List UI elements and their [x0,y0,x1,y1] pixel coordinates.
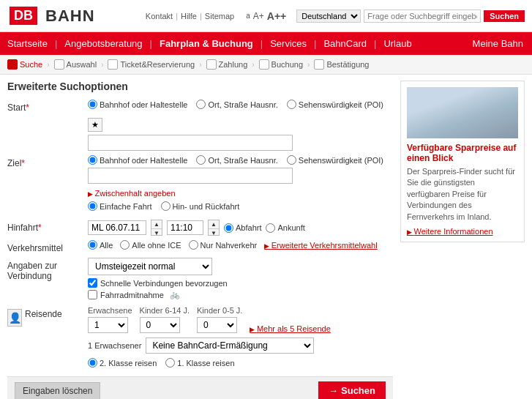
search-btn-label: Suchen [341,385,375,396]
fahrrad-icon: 🚲 [170,290,180,299]
bc-zahlung[interactable]: Zahlung [206,59,248,70]
umsteigezeit-select[interactable]: Umsteigezeit normal [88,258,212,275]
abfahrt-radio[interactable]: Abfahrt [224,223,261,233]
bottom-bar: Eingaben löschen → Suchen [7,376,393,399]
bc-dot-ticket [108,59,118,70]
time-spin-up[interactable]: ▲ [209,220,219,229]
header-search-input[interactable] [364,10,481,23]
zwischenhalt-link[interactable]: Zwischenhalt angeben [88,189,176,198]
bc-dot-zahlung [206,59,217,70]
nav-services[interactable]: Services [263,32,314,55]
hinfahrt-controls: ▲ ▼ ▲ ▼ Abfahrt Ankunft [88,220,393,236]
einfache-fahrt-radio[interactable]: Einfache Fahrt [88,201,152,211]
bc-label-auswahl: Auswahl [67,60,97,69]
header-search-btn[interactable]: Suchen [484,10,525,22]
ziel-radio-row: Bahnhof oder Haltestelle Ort, Straße Hau… [88,155,393,165]
zwischenhalt-row: Zwischenhalt angeben [7,188,393,198]
bc-dot-bestaetigung [314,59,324,70]
sidebar-link[interactable]: Weitere Informationen [407,227,493,236]
bc-buchung[interactable]: Buchung [259,59,303,70]
ziel-radio-poi[interactable]: Sehenswürdigkeit (POI) [287,155,383,165]
main-content: Suche › Auswahl › Ticket&Reservierung › … [0,55,532,399]
kinder-0-5-select[interactable]: 012345 [197,317,237,333]
vm-nah[interactable]: Nur Nahverkehr [189,240,258,250]
sidebar-area: Verfügbare Sparpreise auf einen Blick De… [400,81,525,399]
zwischenhalt-controls: Zwischenhalt angeben [88,188,393,198]
bc-suche[interactable]: Suche [7,59,42,70]
kinder-0-5-col: Kinder 0-5 J. 012345 [197,306,242,333]
bc-bestaetigung[interactable]: Bestätigung [314,59,369,70]
date-spin-down[interactable]: ▼ [151,229,162,237]
meine-bahn-btn[interactable]: Meine Bahn [464,32,532,55]
size-aplus-btn[interactable]: A+ [253,11,264,21]
nav-kontakt[interactable]: Kontakt [146,12,173,20]
breadcrumb-bar: Suche › Auswahl › Ticket&Reservierung › … [0,55,532,75]
start-input[interactable] [88,135,293,151]
start-radio-bahnhof[interactable]: Bahnhof oder Haltestelle [88,100,187,109]
hinfahrt-label: Hinfahrt* [7,220,88,233]
nav-fahrplan[interactable]: Fahrplan & Buchung [152,32,261,55]
klasse-2-radio[interactable]: 2. Klasse reisen [88,358,157,368]
ankunft-radio[interactable]: Ankunft [266,223,304,233]
form-area: Erweiterte Suchoptionen Start* Bahnhof o… [7,81,393,399]
ziel-input[interactable] [88,168,293,184]
klasse-1-radio[interactable]: 1. Klasse reisen [165,358,234,368]
time-spin-down[interactable]: ▼ [209,229,219,237]
vm-alle[interactable]: Alle [88,240,113,250]
ziel-row: Ziel* Bahnhof oder Haltestelle Ort, Stra… [7,155,393,184]
start-radio-poi[interactable]: Sehenswürdigkeit (POI) [287,100,383,109]
travel-type-row: Einfache Fahrt Hin- und Rückfahrt [88,201,393,211]
date-row: ▲ ▼ ▲ ▼ Abfahrt Ankunft [88,220,393,236]
angaben-label: Angaben zur Verbindung [7,258,88,281]
date-spinner[interactable]: ▲ ▼ [151,220,162,236]
start-controls: Bahnhof oder Haltestelle Ort, Straße Hau… [88,100,393,151]
bahn-text: BAHN [45,7,95,26]
hinrueck-radio[interactable]: Hin- und Rückfahrt [161,201,240,211]
nav-urlaub[interactable]: Urlaub [376,32,419,55]
sidebar-img-visual [407,87,518,138]
start-radio-ort[interactable]: Ort, Straße Hausnr. [196,100,277,109]
db-logo: DB [7,4,40,27]
bahncard-person-label: 1 Erwachsener [88,341,141,350]
size-applusplus-btn[interactable]: A++ [267,10,286,22]
page-area: Erweiterte Suchoptionen Start* Bahnhof o… [0,75,532,399]
class-row: 2. Klasse reisen 1. Klasse reisen [88,358,393,368]
ziel-radio-bahnhof[interactable]: Bahnhof oder Haltestelle [88,155,187,165]
bc-label-suche: Suche [20,60,42,69]
language-select[interactable]: Deutschland International [296,10,361,23]
schnelle-verbindungen-cb[interactable] [88,278,97,288]
size-a-btn[interactable]: a [246,12,250,20]
clear-button[interactable]: Eingaben löschen [15,382,100,400]
vm-ohne-ice[interactable]: Alle ohne ICE [120,240,181,250]
ziel-controls: Bahnhof oder Haltestelle Ort, Straße Hau… [88,155,393,184]
kinder-6-14-col: Kinder 6-14 J. 012345 [140,306,190,333]
kinder-6-14-select[interactable]: 012345 [140,317,180,333]
date-input[interactable] [88,220,146,235]
nav-bahncard[interactable]: BahnCard [316,32,374,55]
top-header: DB BAHN Kontakt | Hilfe | Sitemap a A+ A… [0,0,532,32]
search-button[interactable]: → Suchen [318,381,386,399]
bc-auswahl[interactable]: Auswahl [54,59,97,70]
nav-startseite[interactable]: Startseite [0,32,55,55]
time-input[interactable] [167,220,203,235]
start-poi-btn[interactable]: ★ [88,118,102,132]
bahncard-select[interactable]: Keine BahnCard-Ermäßigung [146,338,314,354]
erwachsene-col: Erwachsene 12345 [88,306,132,333]
nav-sitemap[interactable]: Sitemap [205,12,234,20]
nav-hilfe[interactable]: Hilfe [181,12,197,20]
verkehrsmittel-row: Verkehrsmittel Alle Alle ohne ICE Nur Na… [7,240,393,253]
mehr-als-5-link[interactable]: Mehr als 5 Reisende [250,324,330,333]
schnelle-verbindungen-row: Schnelle Verbindungen bevorzugen [88,278,393,288]
search-arrow-icon: → [329,385,338,396]
nav-angebotsberatung[interactable]: Angebotsberatung [57,32,149,55]
kinder-0-5-label: Kinder 0-5 J. [197,306,242,315]
ziel-radio-ort[interactable]: Ort, Straße Hausnr. [196,155,277,165]
erwachsene-select[interactable]: 12345 [88,317,128,333]
fahrradmitnahme-cb[interactable] [88,290,97,299]
vm-extended-link[interactable]: Erweiterte Verkehrsmittelwahl [264,241,377,250]
bc-ticket[interactable]: Ticket&Reservierung [108,59,195,70]
time-spinner[interactable]: ▲ ▼ [208,220,220,236]
date-spin-up[interactable]: ▲ [151,220,162,229]
top-nav: Kontakt | Hilfe | Sitemap a A+ A++ Deuts… [146,10,525,23]
sidebar-box: Verfügbare Sparpreise auf einen Blick De… [400,81,525,242]
